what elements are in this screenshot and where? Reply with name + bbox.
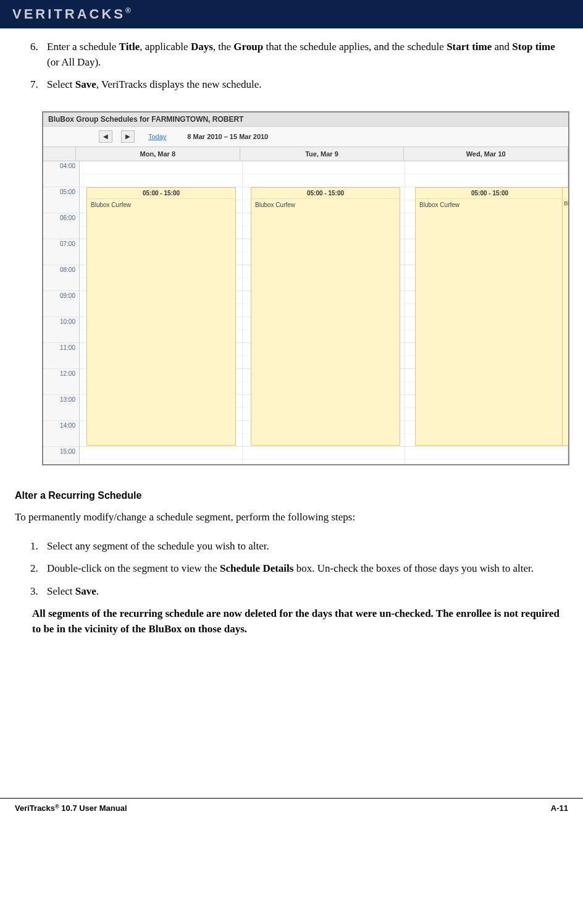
lower-step-1: Select any segment of the schedule you w… (41, 539, 568, 554)
time-label: 08:00 (43, 265, 80, 291)
day-col-1: Tue, Mar 9 (240, 147, 405, 161)
lower-step-1-text: Select any segment of the schedule you w… (47, 540, 269, 552)
grid-cell[interactable] (80, 421, 243, 447)
time-row: 15:00 (43, 447, 568, 464)
page-footer: VeriTracks® 10.7 User Manual A-11 (0, 798, 583, 819)
grid-cell[interactable] (405, 447, 568, 464)
grid-cell[interactable] (405, 369, 568, 395)
calendar-grid: 04:0005:0006:0007:0008:0009:0010:0011:00… (43, 161, 568, 464)
grid-cell[interactable] (243, 421, 406, 447)
footer-product: VeriTracks (15, 803, 55, 813)
grid-cell[interactable] (243, 187, 406, 213)
lower-steps-list: Select any segment of the schedule you w… (15, 539, 568, 600)
lower-step-2-text: Double-click on the segment to view the … (47, 562, 534, 574)
header-band: VERITRACKS® (0, 0, 583, 28)
time-row: 09:00 (43, 291, 568, 317)
day-col-0: Mon, Mar 8 (76, 147, 240, 161)
time-label: 15:00 (43, 447, 80, 464)
time-row: 04:00 (43, 161, 568, 187)
grid-cell[interactable] (243, 161, 406, 187)
time-row: 05:00 (43, 187, 568, 213)
date-range: 8 Mar 2010 – 15 Mar 2010 (187, 133, 268, 140)
grid-cell[interactable] (80, 161, 243, 187)
grid-cell[interactable] (405, 421, 568, 447)
next-button[interactable]: ▶ (121, 130, 135, 143)
grid-cell[interactable] (80, 395, 243, 421)
grid-cell[interactable] (405, 161, 568, 187)
grid-cell[interactable] (80, 317, 243, 343)
grid-cell[interactable] (80, 291, 243, 317)
time-label: 14:00 (43, 421, 80, 447)
grid-cell[interactable] (243, 343, 406, 369)
grid-cell[interactable] (80, 187, 243, 213)
step-6-text: Enter a schedule Title, applicable Days,… (47, 41, 555, 68)
logo-reg: ® (125, 6, 131, 15)
bold-summary: All segments of the recurring schedule a… (32, 606, 568, 637)
grid-cell[interactable] (405, 395, 568, 421)
time-row: 06:00 (43, 213, 568, 239)
grid-cell[interactable] (405, 213, 568, 239)
header-logo: VERITRACKS® (12, 6, 131, 22)
intro-paragraph: To permanently modify/change a schedule … (15, 510, 568, 525)
time-label: 09:00 (43, 291, 80, 317)
time-label: 05:00 (43, 187, 80, 213)
lower-step-3: Select Save. (41, 584, 568, 600)
step-6: Enter a schedule Title, applicable Days,… (41, 40, 568, 70)
grid-cell[interactable] (405, 239, 568, 265)
grid-cell[interactable] (243, 447, 406, 464)
lower-step-3-text: Select Save. (47, 585, 99, 597)
step-7-text: Select Save, VeriTracks displays the new… (47, 78, 262, 90)
grid-cell[interactable] (80, 239, 243, 265)
prev-button[interactable]: ◀ (99, 130, 112, 143)
time-row: 10:00 (43, 317, 568, 343)
today-link[interactable]: Today (148, 133, 166, 140)
grid-cell[interactable] (243, 317, 406, 343)
footer-manual: 10.7 User Manual (59, 803, 127, 813)
grid-cell[interactable] (80, 213, 243, 239)
day-col-2: Wed, Mar 10 (404, 147, 568, 161)
grid-cell[interactable] (80, 369, 243, 395)
time-label: 04:00 (43, 161, 80, 187)
section-heading: Alter a Recurring Schedule (15, 490, 568, 501)
time-label: 07:00 (43, 239, 80, 265)
time-row: 07:00 (43, 239, 568, 265)
grid-cell[interactable] (405, 317, 568, 343)
time-row: 12:00 (43, 369, 568, 395)
screenshot-title: BluBox Group Schedules for FARMINGTOWN, … (43, 112, 568, 127)
footer-reg: ® (55, 803, 59, 810)
time-row: 08:00 (43, 265, 568, 291)
lower-step-2: Double-click on the segment to view the … (41, 561, 568, 577)
grid-cell[interactable] (243, 369, 406, 395)
calendar-nav: ◀ ▶ Today 8 Mar 2010 – 15 Mar 2010 (43, 127, 568, 147)
schedule-screenshot: BluBox Group Schedules for FARMINGTOWN, … (42, 111, 569, 465)
time-label: 11:00 (43, 343, 80, 369)
time-label: 13:00 (43, 395, 80, 421)
grid-cell[interactable] (243, 265, 406, 291)
time-label: 06:00 (43, 213, 80, 239)
top-steps-list: Enter a schedule Title, applicable Days,… (15, 40, 568, 93)
grid-cell[interactable] (405, 187, 568, 213)
grid-cell[interactable] (405, 265, 568, 291)
grid-cell[interactable] (405, 343, 568, 369)
step-7: Select Save, VeriTracks displays the new… (41, 77, 568, 93)
grid-rows: 04:0005:0006:0007:0008:0009:0010:0011:00… (43, 161, 568, 464)
grid-cell[interactable] (243, 213, 406, 239)
time-row: 11:00 (43, 343, 568, 369)
grid-cell[interactable] (80, 265, 243, 291)
time-row: 13:00 (43, 395, 568, 421)
footer-left: VeriTracks® 10.7 User Manual (15, 803, 127, 813)
grid-cell[interactable] (80, 343, 243, 369)
day-header-row: Mon, Mar 8 Tue, Mar 9 Wed, Mar 10 (43, 147, 568, 161)
logo-text: VERITRACKS (12, 6, 125, 22)
time-row: 14:00 (43, 421, 568, 447)
grid-cell[interactable] (243, 291, 406, 317)
grid-cell[interactable] (80, 447, 243, 464)
grid-cell[interactable] (405, 291, 568, 317)
grid-cell[interactable] (243, 395, 406, 421)
grid-cell[interactable] (243, 239, 406, 265)
footer-right: A-11 (551, 803, 568, 813)
time-gutter-head (43, 147, 76, 161)
time-label: 12:00 (43, 369, 80, 395)
time-label: 10:00 (43, 317, 80, 343)
